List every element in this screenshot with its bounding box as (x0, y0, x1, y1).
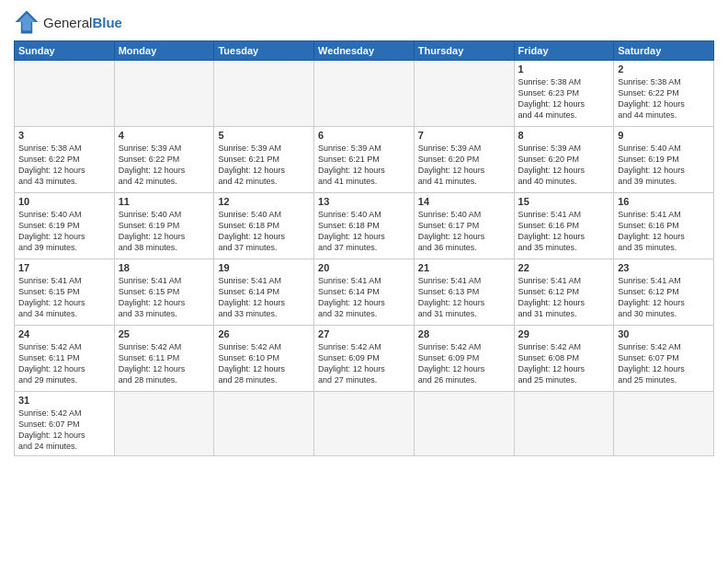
day-cell: 22Sunrise: 5:41 AM Sunset: 6:12 PM Dayli… (514, 259, 614, 326)
day-number: 6 (318, 130, 410, 141)
col-header-friday: Friday (514, 41, 614, 61)
day-number: 14 (418, 196, 510, 207)
day-info: Sunrise: 5:40 AM Sunset: 6:19 PM Dayligh… (119, 209, 210, 254)
logo-text: GeneralBlue (43, 16, 122, 29)
day-number: 20 (318, 262, 410, 273)
day-info: Sunrise: 5:40 AM Sunset: 6:19 PM Dayligh… (618, 143, 710, 188)
day-number: 10 (18, 196, 110, 207)
day-number: 26 (218, 328, 310, 339)
day-info: Sunrise: 5:41 AM Sunset: 6:14 PM Dayligh… (218, 275, 310, 320)
day-cell: 20Sunrise: 5:41 AM Sunset: 6:14 PM Dayli… (314, 259, 415, 326)
day-info: Sunrise: 5:42 AM Sunset: 6:08 PM Dayligh… (518, 341, 610, 386)
col-header-sunday: Sunday (15, 41, 115, 61)
col-header-thursday: Thursday (414, 41, 514, 61)
day-cell: 19Sunrise: 5:41 AM Sunset: 6:14 PM Dayli… (214, 259, 314, 326)
day-info: Sunrise: 5:39 AM Sunset: 6:21 PM Dayligh… (318, 143, 410, 188)
day-info: Sunrise: 5:42 AM Sunset: 6:10 PM Dayligh… (218, 341, 310, 386)
week-row-5: 24Sunrise: 5:42 AM Sunset: 6:11 PM Dayli… (15, 326, 714, 392)
day-cell (414, 392, 514, 456)
day-number: 12 (218, 196, 310, 207)
day-info: Sunrise: 5:39 AM Sunset: 6:21 PM Dayligh… (218, 143, 310, 188)
day-number: 28 (418, 328, 510, 339)
day-info: Sunrise: 5:42 AM Sunset: 6:07 PM Dayligh… (618, 341, 710, 386)
day-info: Sunrise: 5:41 AM Sunset: 6:15 PM Dayligh… (119, 275, 210, 320)
day-cell (214, 61, 314, 127)
day-number: 17 (18, 262, 110, 273)
day-number: 24 (18, 328, 110, 339)
day-number: 11 (119, 196, 210, 207)
day-cell (414, 61, 514, 127)
day-number: 31 (18, 395, 110, 406)
day-info: Sunrise: 5:42 AM Sunset: 6:09 PM Dayligh… (418, 341, 510, 386)
day-cell (614, 392, 714, 456)
header-row: SundayMondayTuesdayWednesdayThursdayFrid… (15, 41, 714, 61)
day-number: 30 (618, 328, 710, 339)
week-row-4: 17Sunrise: 5:41 AM Sunset: 6:15 PM Dayli… (15, 259, 714, 326)
day-cell (214, 392, 314, 456)
day-info: Sunrise: 5:38 AM Sunset: 6:23 PM Dayligh… (518, 76, 610, 121)
week-row-1: 1Sunrise: 5:38 AM Sunset: 6:23 PM Daylig… (15, 61, 714, 127)
day-info: Sunrise: 5:41 AM Sunset: 6:15 PM Dayligh… (18, 275, 110, 320)
day-number: 18 (119, 262, 210, 273)
day-cell (114, 392, 214, 456)
day-cell: 18Sunrise: 5:41 AM Sunset: 6:15 PM Dayli… (114, 259, 214, 326)
day-number: 2 (618, 63, 710, 75)
day-cell: 10Sunrise: 5:40 AM Sunset: 6:19 PM Dayli… (15, 193, 115, 259)
day-number: 15 (518, 196, 610, 207)
logo: GeneralBlue (14, 9, 122, 35)
day-number: 16 (618, 196, 710, 207)
day-number: 13 (318, 196, 410, 207)
page: GeneralBlue SundayMondayTuesdayWednesday… (0, 0, 728, 563)
day-info: Sunrise: 5:42 AM Sunset: 6:09 PM Dayligh… (318, 341, 410, 386)
day-info: Sunrise: 5:41 AM Sunset: 6:16 PM Dayligh… (518, 209, 610, 254)
day-info: Sunrise: 5:41 AM Sunset: 6:13 PM Dayligh… (418, 275, 510, 320)
day-cell: 1Sunrise: 5:38 AM Sunset: 6:23 PM Daylig… (514, 61, 614, 127)
day-info: Sunrise: 5:42 AM Sunset: 6:07 PM Dayligh… (18, 408, 110, 453)
day-number: 8 (518, 130, 610, 141)
day-info: Sunrise: 5:38 AM Sunset: 6:22 PM Dayligh… (618, 76, 710, 121)
col-header-tuesday: Tuesday (214, 41, 314, 61)
week-row-2: 3Sunrise: 5:38 AM Sunset: 6:22 PM Daylig… (15, 127, 714, 193)
day-cell: 11Sunrise: 5:40 AM Sunset: 6:19 PM Dayli… (114, 193, 214, 259)
day-cell: 16Sunrise: 5:41 AM Sunset: 6:16 PM Dayli… (614, 193, 714, 259)
day-info: Sunrise: 5:39 AM Sunset: 6:22 PM Dayligh… (119, 143, 210, 188)
day-cell: 13Sunrise: 5:40 AM Sunset: 6:18 PM Dayli… (314, 193, 415, 259)
day-cell: 4Sunrise: 5:39 AM Sunset: 6:22 PM Daylig… (114, 127, 214, 193)
day-number: 5 (218, 130, 310, 141)
day-cell: 12Sunrise: 5:40 AM Sunset: 6:18 PM Dayli… (214, 193, 314, 259)
logo-icon (14, 9, 40, 35)
week-row-6: 31Sunrise: 5:42 AM Sunset: 6:07 PM Dayli… (15, 392, 714, 456)
day-cell: 27Sunrise: 5:42 AM Sunset: 6:09 PM Dayli… (314, 326, 415, 392)
day-cell: 14Sunrise: 5:40 AM Sunset: 6:17 PM Dayli… (414, 193, 514, 259)
svg-marker-1 (18, 14, 36, 31)
day-info: Sunrise: 5:40 AM Sunset: 6:18 PM Dayligh… (218, 209, 310, 254)
day-cell: 9Sunrise: 5:40 AM Sunset: 6:19 PM Daylig… (614, 127, 714, 193)
day-cell: 6Sunrise: 5:39 AM Sunset: 6:21 PM Daylig… (314, 127, 415, 193)
day-info: Sunrise: 5:40 AM Sunset: 6:18 PM Dayligh… (318, 209, 410, 254)
day-cell: 15Sunrise: 5:41 AM Sunset: 6:16 PM Dayli… (514, 193, 614, 259)
day-number: 29 (518, 328, 610, 339)
col-header-wednesday: Wednesday (314, 41, 415, 61)
day-cell (114, 61, 214, 127)
day-cell: 24Sunrise: 5:42 AM Sunset: 6:11 PM Dayli… (15, 326, 115, 392)
day-cell: 23Sunrise: 5:41 AM Sunset: 6:12 PM Dayli… (614, 259, 714, 326)
day-info: Sunrise: 5:41 AM Sunset: 6:16 PM Dayligh… (618, 209, 710, 254)
day-cell: 5Sunrise: 5:39 AM Sunset: 6:21 PM Daylig… (214, 127, 314, 193)
col-header-monday: Monday (114, 41, 214, 61)
day-cell: 3Sunrise: 5:38 AM Sunset: 6:22 PM Daylig… (15, 127, 115, 193)
day-cell (514, 392, 614, 456)
day-cell: 21Sunrise: 5:41 AM Sunset: 6:13 PM Dayli… (414, 259, 514, 326)
day-cell (314, 392, 415, 456)
day-cell: 31Sunrise: 5:42 AM Sunset: 6:07 PM Dayli… (15, 392, 115, 456)
day-number: 21 (418, 262, 510, 273)
day-number: 1 (518, 63, 610, 75)
day-number: 9 (618, 130, 710, 141)
calendar-table: SundayMondayTuesdayWednesdayThursdayFrid… (14, 40, 714, 456)
col-header-saturday: Saturday (614, 41, 714, 61)
day-cell: 8Sunrise: 5:39 AM Sunset: 6:20 PM Daylig… (514, 127, 614, 193)
day-cell: 28Sunrise: 5:42 AM Sunset: 6:09 PM Dayli… (414, 326, 514, 392)
day-info: Sunrise: 5:41 AM Sunset: 6:14 PM Dayligh… (318, 275, 410, 320)
day-cell: 2Sunrise: 5:38 AM Sunset: 6:22 PM Daylig… (614, 61, 714, 127)
day-info: Sunrise: 5:39 AM Sunset: 6:20 PM Dayligh… (518, 143, 610, 188)
day-info: Sunrise: 5:41 AM Sunset: 6:12 PM Dayligh… (518, 275, 610, 320)
